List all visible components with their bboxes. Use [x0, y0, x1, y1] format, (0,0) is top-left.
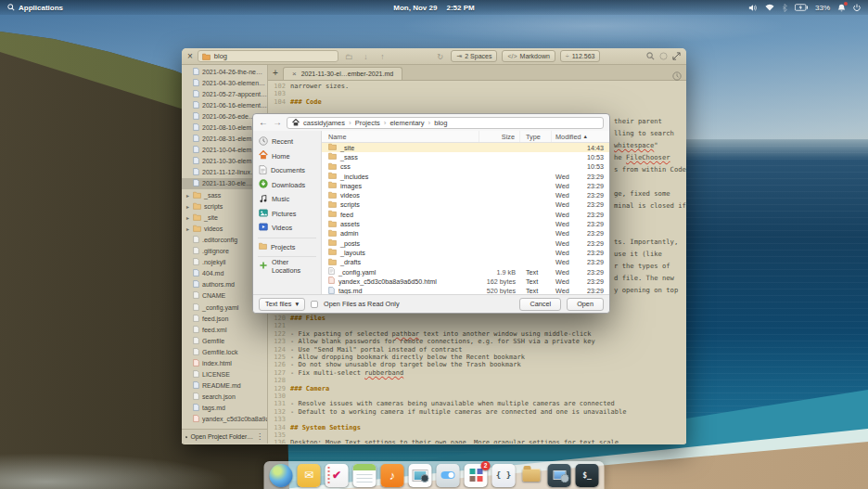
table-row[interactable]: feedWed23:29: [322, 210, 609, 219]
syntax-mode-button[interactable]: </> Markdown: [502, 50, 555, 62]
place-projects[interactable]: Projects: [253, 240, 321, 255]
table-row[interactable]: _includesWed23:29: [322, 172, 609, 181]
editor-search-icon[interactable]: [646, 52, 655, 60]
md-icon: [193, 269, 199, 277]
column-name[interactable]: Name: [322, 131, 479, 142]
sidebar-file-item[interactable]: 2021-04-26-the-ne…: [182, 66, 267, 77]
dock-icon-tasks[interactable]: ✔: [326, 464, 349, 487]
table-row[interactable]: scriptsWed23:29: [322, 200, 609, 210]
back-button[interactable]: ←: [259, 118, 268, 127]
sidebar-file-item[interactable]: 2021-06-16-element…: [182, 99, 267, 110]
power-icon[interactable]: [853, 4, 861, 12]
sidebar-file-item[interactable]: index.html: [182, 357, 267, 368]
cancel-button[interactable]: Cancel: [519, 298, 561, 311]
file-label: .gitignore: [202, 248, 229, 254]
column-type[interactable]: Type: [520, 131, 552, 142]
sidebar-file-item[interactable]: feed.json: [182, 313, 267, 324]
music-icon: [259, 194, 268, 205]
sidebar-file-item[interactable]: search.json: [182, 392, 267, 403]
battery-icon[interactable]: [795, 4, 808, 11]
dock-icon-music[interactable]: ♪: [381, 464, 404, 487]
table-row[interactable]: tags.md520 bytesTextWed23:29: [322, 286, 609, 294]
sidebar-file-item[interactable]: LICENSE: [182, 369, 267, 380]
project-chooser-button[interactable]: blog: [198, 50, 338, 62]
sidebar-file-item[interactable]: yandex_c5d3c0ba8a9a…: [182, 414, 267, 425]
sidebar-file-item[interactable]: feed.xml: [182, 324, 267, 335]
dock-icon-settings[interactable]: [437, 464, 460, 487]
dock-icon-appcenter[interactable]: 2: [465, 464, 488, 487]
file-browser: Name Size Type Modified ▲ _site14:43_sas…: [322, 131, 609, 294]
table-row[interactable]: _sass10:53: [322, 152, 609, 161]
table-row[interactable]: _draftsWed23:29: [322, 258, 609, 267]
open-project-folder-button[interactable]: Open Project Folder… ⋮: [182, 429, 267, 444]
sidebar-file-item[interactable]: Gemfile: [182, 335, 267, 346]
column-size[interactable]: Size: [479, 131, 520, 142]
place-recent[interactable]: Recent: [253, 135, 321, 149]
breadcrumb[interactable]: cassidyjames › Projects › elementary › b…: [287, 117, 604, 129]
table-row[interactable]: assetsWed23:29: [322, 219, 609, 228]
notifications-icon[interactable]: [837, 4, 846, 12]
readonly-checkbox[interactable]: [311, 301, 318, 308]
place-pictures[interactable]: Pictures: [253, 207, 321, 222]
place-videos[interactable]: Videos: [253, 221, 321, 236]
place-documents[interactable]: Documents: [253, 163, 321, 178]
sidebar-file-item[interactable]: tags.md: [182, 403, 267, 414]
table-row[interactable]: imagesWed23:29: [322, 181, 609, 190]
crumb-elementary[interactable]: elementary: [389, 119, 424, 127]
file-modified: Wed23:29: [552, 277, 609, 286]
editor-menu-icon[interactable]: [659, 52, 668, 60]
crumb-blog[interactable]: blog: [434, 119, 447, 127]
place-other-locations[interactable]: Other Locations: [253, 259, 321, 274]
datetime-indicator[interactable]: Mon, Nov 29 2:52 PM: [393, 0, 474, 15]
folder-icon: [328, 258, 337, 267]
table-row[interactable]: _layoutsWed23:29: [322, 248, 609, 257]
open-file-button[interactable]: 🗀: [343, 52, 355, 61]
dock-icon-code[interactable]: { }: [492, 464, 516, 487]
crumb-projects[interactable]: Projects: [355, 119, 380, 127]
forward-button[interactable]: →: [273, 118, 282, 127]
window-close-button[interactable]: ×: [187, 52, 193, 61]
crumb-home[interactable]: cassidyjames: [303, 119, 345, 127]
goto-line-button[interactable]: ÷ 112.563: [560, 50, 601, 62]
open-button[interactable]: Open: [567, 298, 604, 311]
dock-icon-files[interactable]: [520, 464, 543, 487]
dock-icon-mail[interactable]: ✉: [298, 464, 321, 487]
tab-close-icon[interactable]: ×: [292, 70, 297, 78]
file-filter-dropdown[interactable]: Text files ▾: [259, 298, 305, 311]
maximize-icon[interactable]: [672, 52, 681, 60]
dock-icon-photos[interactable]: [409, 464, 432, 487]
applications-menu[interactable]: Applications: [7, 4, 63, 12]
table-row[interactable]: adminWed23:29: [322, 229, 609, 238]
table-row[interactable]: videosWed23:29: [322, 190, 609, 199]
column-modified[interactable]: Modified ▲: [552, 133, 609, 141]
file-label: scripts: [204, 203, 223, 210]
dock-icon-calendar[interactable]: [353, 464, 377, 487]
new-tab-button[interactable]: +: [268, 65, 283, 80]
table-row[interactable]: css10:53: [322, 162, 609, 172]
sidebar-menu-button[interactable]: ⋮: [256, 432, 263, 441]
sidebar-file-item[interactable]: README.md: [182, 380, 267, 392]
place-music[interactable]: Music: [253, 192, 321, 207]
table-row[interactable]: yandex_c5d3c0ba8a9a6d50.html162 bytesTex…: [322, 277, 609, 286]
indent-width-button[interactable]: ⇥ 2 Spaces: [451, 50, 497, 62]
bluetooth-icon[interactable]: [782, 4, 787, 12]
upload-button[interactable]: ↑: [377, 52, 389, 61]
share-button[interactable]: ↻: [434, 52, 446, 61]
download-button[interactable]: ↓: [360, 52, 372, 61]
dock-icon-terminal[interactable]: $_: [576, 464, 599, 487]
volume-icon[interactable]: [748, 4, 758, 12]
table-row[interactable]: _postsWed23:29: [322, 238, 609, 248]
tab-active[interactable]: × 2021-11-30-el…ember-2021.md: [283, 67, 402, 80]
sidebar-file-item[interactable]: 2021-05-27-appcent…: [182, 88, 267, 99]
sidebar-file-item[interactable]: 2021-04-30-elemen…: [182, 77, 267, 88]
dock-icon-web[interactable]: [270, 464, 293, 487]
dock-icon-screenshot[interactable]: [548, 464, 571, 487]
table-row[interactable]: _site14:43: [322, 143, 609, 152]
editor-titlebar[interactable]: × blog 🗀 ↓ ↑ ↻ ⇥ 2 Spaces </> Markdown ÷…: [182, 48, 686, 65]
place-downloads[interactable]: Downloads: [253, 178, 321, 193]
sidebar-file-item[interactable]: Gemfile.lock: [182, 346, 267, 357]
wifi-icon[interactable]: [765, 4, 774, 11]
file-label: _config.yaml: [202, 304, 238, 311]
place-home[interactable]: Home: [253, 149, 321, 164]
table-row[interactable]: _config.yaml1.9 kBTextWed23:29: [322, 267, 609, 277]
